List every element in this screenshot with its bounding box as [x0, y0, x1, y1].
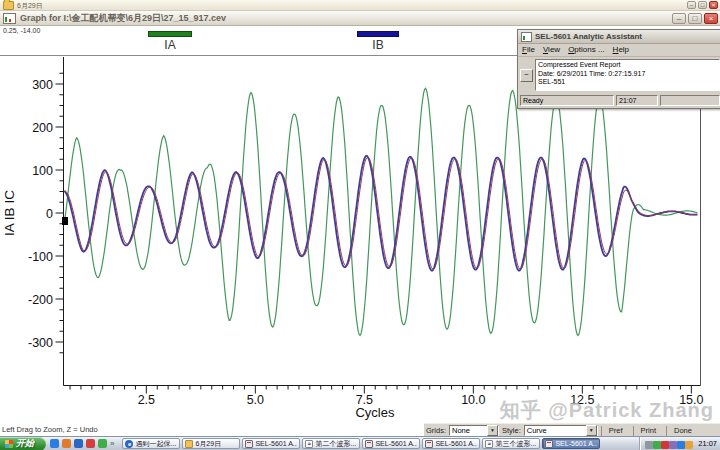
grids-select[interactable]: None ▼: [449, 425, 499, 436]
sel-icon: [365, 440, 373, 448]
axis-label: -100: [28, 250, 53, 264]
report-line: Date: 6/29/2011 Time: 0:27:15.917: [538, 70, 717, 79]
style-select[interactable]: Curve ▼: [524, 425, 598, 436]
axis-label: Cycles: [355, 405, 395, 420]
start-button[interactable]: 开始: [0, 437, 46, 450]
dialog-body: − Compressed Event ReportDate: 6/29/2011…: [518, 57, 720, 93]
taskbar-item-label: SEL-5601 A...: [375, 440, 417, 447]
tray-icon[interactable]: [677, 441, 685, 449]
axis-label: IA IB IC: [2, 190, 17, 236]
tray-icon[interactable]: [661, 441, 669, 449]
waveform-ib: [64, 156, 697, 271]
status-time: 21:07: [616, 95, 658, 106]
menu-options[interactable]: Options ...: [568, 46, 604, 54]
menu-help[interactable]: Help: [613, 46, 629, 54]
taskbar: 开始 » 遇到一起保...6月29日SEL-5601 A...第二个波形...S…: [0, 436, 720, 450]
sel5601-dialog[interactable]: SEL-5601 Analytic Assistant FileViewOpti…: [517, 29, 720, 109]
quick-launch-bar: »: [46, 439, 118, 448]
media-player-icon[interactable]: [62, 439, 71, 448]
windows-flag-icon: [5, 440, 13, 448]
report-line: Compressed Event Report: [538, 61, 717, 70]
grids-label: Grids:: [426, 426, 446, 435]
dialog-title: SEL-5601 Analytic Assistant: [535, 32, 642, 41]
taskbar-item[interactable]: SEL-5601 A...: [362, 438, 420, 449]
axis-label: 5.0: [247, 393, 264, 407]
overflow-chevron-icon[interactable]: »: [110, 440, 114, 448]
tray-icon[interactable]: [685, 441, 693, 449]
dialog-menubar: FileViewOptions ...Help: [518, 44, 720, 57]
axis-label: -200: [28, 293, 53, 307]
taskbar-item-label: SEL-5601 A...: [255, 440, 297, 447]
report-line: SEL-551: [538, 78, 717, 87]
sel-icon: [545, 440, 553, 448]
taskbar-item[interactable]: SEL-5601 A...: [422, 438, 480, 449]
data-cursor-marker[interactable]: [62, 217, 68, 225]
folder-icon: [185, 440, 193, 448]
tray-icon[interactable]: [669, 441, 677, 449]
menu-file[interactable]: File: [522, 46, 535, 54]
taskbar-item[interactable]: 第三个波形...: [482, 438, 540, 449]
sel-icon: [425, 440, 433, 448]
taskbar-item-label: SEL-5601 A...: [435, 440, 477, 447]
wave-icon: [485, 440, 493, 448]
axis-label: 200: [32, 121, 53, 135]
chevron-down-icon[interactable]: ▼: [487, 425, 498, 436]
sel-icon: [245, 440, 253, 448]
taskbar-item-label: SEL-5601 A...: [555, 440, 597, 447]
axis-label: 300: [32, 78, 53, 92]
zoom-hint-text: Left Drag to Zoom, Z = Undo: [2, 425, 98, 434]
taskbar-items: 遇到一起保...6月29日SEL-5601 A...第二个波形...SEL-56…: [122, 438, 600, 449]
taskbar-item[interactable]: 6月29日: [182, 438, 240, 449]
tray-icon[interactable]: [645, 441, 653, 449]
taskbar-item-label: 遇到一起保...: [135, 439, 176, 449]
messenger-icon[interactable]: [50, 439, 59, 448]
start-label: 开始: [16, 437, 34, 450]
style-label: Style:: [502, 426, 521, 435]
desktop-icon[interactable]: [98, 439, 107, 448]
taskbar-item-label: 6月29日: [195, 439, 221, 449]
taskbar-clock: 21:07: [695, 439, 717, 448]
mail-icon[interactable]: [86, 439, 95, 448]
system-tray: 21:07: [639, 437, 720, 450]
status-filler: [660, 95, 720, 106]
taskbar-item-label: 第三个波形...: [495, 439, 536, 449]
ie-icon[interactable]: [74, 439, 83, 448]
menu-view[interactable]: View: [543, 46, 560, 54]
chevron-down-icon[interactable]: ▼: [586, 425, 597, 436]
taskbar-item[interactable]: SEL-5601 A...: [242, 438, 300, 449]
axis-label: 2.5: [138, 393, 155, 407]
grids-value: None: [450, 426, 487, 435]
event-report-list[interactable]: Compressed Event ReportDate: 6/29/2011 T…: [535, 59, 720, 91]
pref-button[interactable]: Pref: [601, 426, 630, 436]
style-value: Curve: [525, 426, 586, 435]
status-ready: Ready: [520, 95, 614, 106]
report-collapse-button[interactable]: −: [520, 69, 533, 82]
wave-icon: [305, 440, 313, 448]
axis-label: 0: [46, 207, 53, 221]
taskbar-item[interactable]: 第二个波形...: [302, 438, 360, 449]
dialog-statusbar: Ready 21:07: [518, 93, 720, 108]
tray-icon[interactable]: [653, 441, 661, 449]
taskbar-item-label: 第二个波形...: [315, 439, 356, 449]
axis-label: -300: [28, 336, 53, 350]
desktop: 6月29日 – □ × Graph for I:\金工配机帮变\6月29日\27…: [0, 0, 720, 450]
dialog-titlebar[interactable]: SEL-5601 Analytic Assistant: [518, 30, 720, 44]
axis-label: 100: [32, 164, 53, 178]
taskbar-item[interactable]: SEL-5601 A...: [542, 438, 600, 449]
ie-icon: [125, 440, 133, 448]
zhihu-watermark: 知乎 @Patrick Zhang: [500, 397, 714, 424]
axis-label: 10.0: [461, 393, 485, 407]
app-icon: [521, 32, 532, 42]
taskbar-item[interactable]: 遇到一起保...: [122, 438, 180, 449]
